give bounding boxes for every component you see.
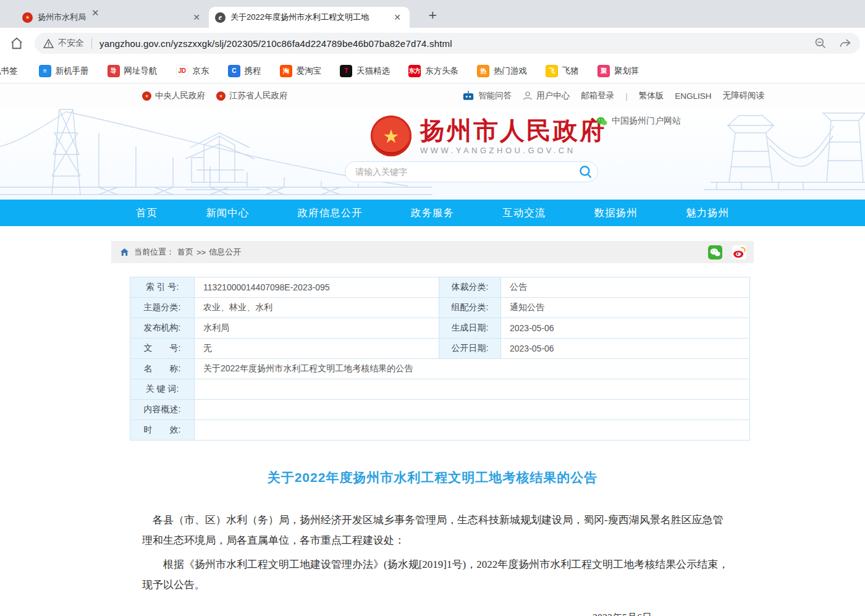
- link-central-gov[interactable]: ★中央人民政府: [142, 90, 205, 101]
- meta-label: 组配分类:: [439, 298, 501, 318]
- bookmark-item[interactable]: ≡新机手册: [39, 65, 89, 77]
- link-label: 中央人民政府: [155, 90, 205, 101]
- link-label: 智能问答: [478, 90, 512, 101]
- tab-announcement[interactable]: e 关于2022年度扬州市水利工程文明工地 ✕: [209, 7, 410, 28]
- weibo-share-icon[interactable]: [732, 245, 746, 259]
- ctrip-icon: C: [228, 65, 240, 77]
- nav-data[interactable]: 数据扬州: [594, 206, 638, 220]
- meta-label: 名 称:: [130, 359, 195, 379]
- link-jiangsu-gov[interactable]: ★江苏省人民政府: [216, 90, 288, 101]
- site-favicon: e: [215, 12, 226, 23]
- table-row: 主题分类: 农业、林业、水利 组配分类: 通知公告: [130, 298, 750, 318]
- tab-title: 关于2022年度扬州市水利工程文明工地: [230, 12, 386, 23]
- gov-emblem-icon: ★: [216, 91, 226, 101]
- bookmark-item[interactable]: 导网址导航: [108, 65, 158, 77]
- bookmark-item[interactable]: 机书签: [0, 65, 18, 77]
- table-row: 发布机构: 水利局 生成日期: 2023-05-06: [130, 318, 750, 339]
- meta-label: 内容概述:: [130, 400, 195, 420]
- share-icon[interactable]: [839, 37, 851, 49]
- link-english[interactable]: ENGLISH: [675, 91, 711, 101]
- meta-value: 农业、林业、水利: [195, 298, 439, 318]
- not-secure-warning-icon[interactable]: [43, 39, 54, 48]
- url-text[interactable]: yangzhou.gov.cn/yzszxxgk/slj/202305/210c…: [99, 38, 807, 49]
- portal-label: 中国扬州门户网站: [612, 116, 681, 127]
- bookmark-item[interactable]: 飞飞猪: [546, 65, 579, 77]
- games-icon: 热: [477, 65, 489, 77]
- bookmark-item[interactable]: 热热门游戏: [477, 65, 527, 77]
- portal-tag[interactable]: 中国扬州门户网站: [596, 116, 681, 127]
- bookmark-item[interactable]: T天猫精选: [340, 65, 390, 77]
- link-label: 繁体版: [639, 90, 664, 101]
- site-domain: WWW.YANGZHOU.GOV.CN: [420, 146, 606, 155]
- main-nav: 首页 新闻中心 政府信息公开 政务服务 互动交流 数据扬州 魅力扬州: [0, 200, 865, 226]
- site-name: 扬州市人民政府: [420, 117, 606, 143]
- close-tab-icon[interactable]: ✕: [391, 12, 403, 23]
- meta-value: 关于2022年度扬州市水利工程文明工地考核结果的公告: [195, 359, 750, 379]
- meta-value: 公告: [501, 277, 750, 298]
- meta-label: 公开日期:: [439, 339, 501, 359]
- nav-charm[interactable]: 魅力扬州: [686, 206, 729, 220]
- meta-value: 无: [195, 339, 439, 359]
- nav-home[interactable]: 首页: [136, 206, 158, 220]
- article-paragraph: 根据《扬州市水利工程文明工地建设管理办法》(扬水规[2019]1号)，2022年…: [142, 554, 730, 595]
- meta-label: 生成日期:: [439, 318, 501, 339]
- home-icon: [120, 248, 129, 256]
- link-traditional[interactable]: 繁体版: [639, 90, 664, 101]
- breadcrumb: 当前位置： 首页 >> 信息公开: [111, 241, 754, 263]
- meta-label: 文 号:: [130, 339, 195, 359]
- close-tab-icon[interactable]: ✕: [91, 7, 99, 19]
- breadcrumb-section-link[interactable]: 信息公开: [209, 247, 241, 258]
- security-status-label[interactable]: 不安全: [58, 38, 84, 49]
- site-banner: ★ 扬州市人民政府 WWW.YANGZHOU.GOV.CN 中国扬州门户网站: [0, 108, 865, 200]
- zoom-out-icon[interactable]: [814, 37, 827, 49]
- tab-water-bureau[interactable]: ★ 扬州市水利局 ✕: [16, 7, 209, 28]
- address-bar: 不安全 yangzhou.gov.cn/yzszxxgk/slj/202305/…: [0, 28, 865, 59]
- link-label: 用户中心: [536, 90, 570, 101]
- tab-bar: ✕ ★ 扬州市水利局 ✕ e 关于2022年度扬州市水利工程文明工地 ✕ ＋: [0, 0, 865, 28]
- tmall-icon: T: [340, 65, 352, 77]
- bookmark-item[interactable]: 淘爱淘宝: [280, 65, 322, 77]
- link-mail-login[interactable]: 邮箱登录: [581, 90, 614, 101]
- table-row: 时 效:: [130, 420, 750, 441]
- robot-icon: [462, 91, 475, 101]
- search-icon[interactable]: [578, 164, 594, 180]
- link-accessibility[interactable]: 无障碍阅读: [723, 90, 765, 101]
- search-input[interactable]: [355, 167, 578, 177]
- manual-icon: ≡: [39, 65, 51, 77]
- meta-label: 发布机构:: [130, 318, 195, 339]
- bookmark-item[interactable]: C携程: [228, 65, 261, 77]
- nav-news[interactable]: 新闻中心: [206, 206, 249, 220]
- table-row: 索 引 号: 11321000014407098E-2023-095 体裁分类:…: [130, 277, 750, 298]
- bookmark-item[interactable]: 聚聚划算: [597, 65, 639, 77]
- table-row: 名 称: 关于2022年度扬州市水利工程文明工地考核结果的公告: [130, 359, 750, 379]
- meta-value: [195, 400, 750, 420]
- bookmark-label: 携程: [245, 65, 261, 77]
- breadcrumb-home-link[interactable]: 首页: [177, 247, 193, 258]
- link-smart-qa[interactable]: 智能问答: [462, 90, 512, 101]
- link-user-center[interactable]: 用户中心: [523, 90, 570, 101]
- bookmark-label: 聚划算: [614, 65, 639, 77]
- article-title: 关于2022年度扬州市水利工程文明工地考核结果的公告: [111, 469, 754, 486]
- home-icon[interactable]: [10, 36, 26, 50]
- bookmark-item[interactable]: 东方东方头条: [408, 65, 458, 77]
- nav-site-icon: 导: [108, 65, 120, 77]
- fliggy-icon: 飞: [546, 65, 558, 77]
- meta-value: 2023-05-06: [501, 318, 750, 339]
- meta-value: [195, 379, 750, 400]
- nav-info-disclosure[interactable]: 政府信息公开: [298, 206, 363, 220]
- meta-value: 11321000014407098E-2023-095: [195, 277, 439, 298]
- url-field[interactable]: 不安全 yangzhou.gov.cn/yzszxxgk/slj/202305/…: [35, 33, 860, 54]
- nav-interaction[interactable]: 互动交流: [502, 206, 546, 220]
- nav-services[interactable]: 政务服务: [411, 206, 454, 220]
- divider: |: [625, 91, 628, 101]
- user-icon: [523, 91, 533, 101]
- bookmarks-bar: 机书签 ≡新机手册 导网址导航 JD京东 C携程 淘爱淘宝 T天猫精选 东方东方…: [0, 59, 865, 83]
- wechat-share-icon[interactable]: [708, 245, 722, 259]
- close-tab-icon[interactable]: ✕: [190, 12, 203, 23]
- bookmark-item[interactable]: JD京东: [176, 65, 209, 77]
- new-tab-button[interactable]: ＋: [421, 6, 444, 24]
- meta-label: 索 引 号:: [130, 277, 195, 298]
- site-logo[interactable]: ★ 扬州市人民政府 WWW.YANGZHOU.GOV.CN: [371, 116, 606, 156]
- bookmark-label: 天猫精选: [357, 65, 390, 77]
- table-row: 内容概述:: [130, 400, 750, 420]
